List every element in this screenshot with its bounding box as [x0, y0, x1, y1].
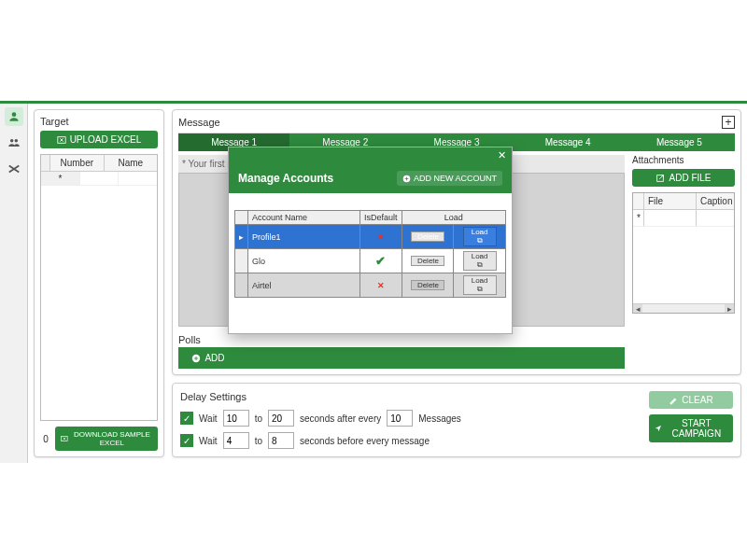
account-row[interactable]: Glo ✔ Delete Load ⧉ [235, 249, 506, 273]
delay-checkbox-1[interactable]: ✓ [180, 412, 193, 425]
account-name-cell[interactable]: Profile1 [248, 225, 360, 249]
col-is-default: IsDefault [360, 211, 402, 225]
manage-accounts-modal: ✕ Manage Accounts ADD NEW ACCOUNT Accoun… [228, 147, 513, 334]
attachments-panel: Attachments ADD FILE File Caption [632, 155, 735, 369]
target-table-header: Number Name [41, 155, 157, 172]
add-message-tab-button[interactable]: + [722, 116, 735, 129]
load-account-button[interactable]: Load ⧉ [463, 227, 497, 246]
excel-icon [57, 135, 66, 145]
accounts-header-row: Account Name IsDefault Load [235, 211, 506, 225]
delete-account-button[interactable]: Delete [411, 280, 444, 290]
plus-circle-icon [402, 175, 411, 183]
nav-group-icon[interactable] [5, 133, 23, 152]
check-icon: ✔ [364, 255, 398, 267]
upload-excel-button[interactable]: UPLOAD EXCEL [40, 131, 158, 148]
message-title: Message [178, 117, 220, 128]
col-load: Load [402, 211, 505, 225]
excel-icon [61, 434, 68, 443]
add-file-button[interactable]: ADD FILE [632, 169, 735, 187]
delay-checkbox-2[interactable]: ✓ [180, 434, 193, 447]
col-account-name: Account Name [248, 211, 360, 225]
account-name-cell[interactable]: Glo [248, 249, 360, 273]
eraser-icon [669, 396, 678, 405]
add-new-account-button[interactable]: ADD NEW ACCOUNT [397, 171, 502, 186]
col-caption: Caption [697, 193, 734, 209]
svg-point-2 [14, 139, 17, 143]
delete-account-button[interactable]: Delete [411, 256, 444, 266]
plus-circle-icon [191, 354, 201, 363]
target-count: 0 [40, 434, 51, 444]
target-title: Target [40, 116, 158, 127]
col-file: File [644, 193, 697, 209]
modal-title: Manage Accounts [238, 172, 333, 185]
nav-person-icon[interactable] [5, 107, 23, 126]
delay1-count-input[interactable] [387, 410, 413, 427]
delay1-from-input[interactable] [223, 410, 249, 427]
delay2-to-input[interactable] [268, 432, 294, 449]
x-icon: ✕ [364, 281, 398, 290]
delay2-from-input[interactable] [223, 432, 249, 449]
download-sample-button[interactable]: DOWNLOAD SAMPLE EXCEL [55, 427, 158, 451]
add-poll-button[interactable]: ADD [180, 349, 236, 367]
tab-message-5[interactable]: Message 5 [624, 133, 735, 151]
delay-row-2: ✓ Wait to seconds before every message [180, 432, 461, 449]
open-external-icon [655, 174, 665, 183]
account-row[interactable]: ▸ Profile1 ✕ Delete Load ⧉ [235, 225, 506, 249]
load-account-button[interactable]: Load ⧉ [463, 275, 497, 295]
attachments-row[interactable]: * [633, 210, 734, 227]
target-table[interactable]: Number Name * [40, 154, 158, 421]
send-icon [655, 424, 662, 433]
delay1-to-input[interactable] [268, 410, 294, 427]
load-account-button[interactable]: Load ⧉ [463, 251, 497, 271]
svg-point-1 [9, 139, 12, 143]
clear-button[interactable]: CLEAR [649, 391, 733, 409]
x-icon: ✕ [364, 232, 398, 242]
tab-message-4[interactable]: Message 4 [513, 133, 624, 151]
polls-title: Polls [178, 332, 625, 347]
accounts-table: Account Name IsDefault Load ▸ Profile1 ✕… [234, 210, 506, 298]
delay-panel: Delay Settings ✓ Wait to seconds after e… [172, 383, 741, 457]
attachments-scrollbar[interactable]: ◂▸ [633, 303, 734, 313]
col-name: Name [105, 155, 158, 171]
left-nav-rail [0, 104, 28, 463]
delay-row-1: ✓ Wait to seconds after every Messages [180, 410, 461, 427]
start-campaign-button[interactable]: START CAMPAIGN [649, 414, 733, 442]
nav-tools-icon[interactable] [5, 160, 23, 178]
svg-point-0 [11, 112, 16, 117]
delete-account-button[interactable]: Delete [411, 231, 444, 242]
delay-title: Delay Settings [180, 391, 461, 402]
col-number: Number [50, 155, 105, 171]
attachments-header: File Caption [633, 193, 734, 210]
attachments-table[interactable]: File Caption * ◂▸ [632, 192, 735, 314]
modal-close-button[interactable]: ✕ [492, 147, 512, 163]
attachments-title: Attachments [632, 155, 735, 165]
modal-close-bar: ✕ [229, 147, 512, 163]
account-row[interactable]: Airtel ✕ Delete Load ⧉ [235, 273, 506, 298]
target-table-row[interactable]: * [41, 172, 157, 186]
target-panel: Target UPLOAD EXCEL Number Name * 0 [34, 109, 164, 457]
account-name-cell[interactable]: Airtel [248, 273, 360, 298]
